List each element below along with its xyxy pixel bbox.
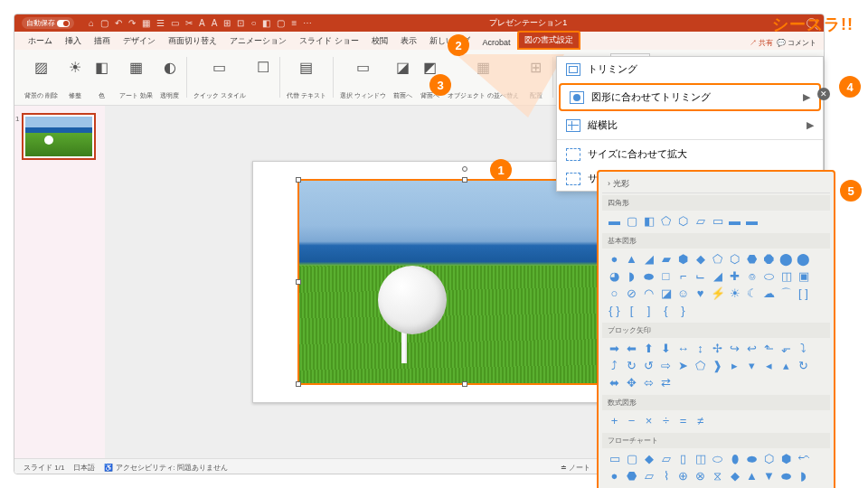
bring-forward-button[interactable]: ◪前面へ [391, 53, 416, 101]
shape-heart[interactable]: ♥ [693, 286, 707, 300]
alttext-button[interactable]: ▤代替 テキスト [284, 53, 329, 101]
shape-pentagon[interactable]: ⬠ [711, 252, 724, 266]
shape-card[interactable]: ▱ [642, 469, 656, 483]
shape-triangle[interactable]: ▲ [625, 252, 638, 266]
menu-aspect-ratio[interactable]: 縦横比▶ [557, 113, 823, 137]
slide-thumbnail[interactable]: 1 [22, 113, 96, 160]
language[interactable]: 日本語 [73, 463, 95, 473]
tab-insert[interactable]: 挿入 [59, 33, 88, 50]
menu-crop[interactable]: トリミング [557, 57, 823, 81]
shape-lshape[interactable]: ⌙ [693, 269, 707, 283]
shape-equal[interactable]: = [676, 414, 690, 427]
comments-button[interactable]: 💬 コメント [777, 38, 816, 48]
menu-fill[interactable]: サイズに合わせて拡大 [557, 142, 823, 166]
shape-brace[interactable]: { } [608, 304, 621, 317]
shape-updown-arrow[interactable]: ↕ [693, 342, 707, 355]
border-button[interactable]: ☐ [250, 53, 276, 101]
shape-no-symbol[interactable]: ⊘ [625, 286, 638, 300]
qat-icon[interactable]: ◧ [262, 18, 270, 28]
resize-handle[interactable] [462, 381, 467, 387]
shape-up-callout[interactable]: ▴ [779, 359, 793, 372]
shape-half-frame[interactable]: ⌐ [676, 269, 690, 283]
shape-sort[interactable]: ◆ [728, 469, 741, 483]
shape-pentagon-arrow[interactable]: ⬠ [693, 359, 707, 372]
accessibility-status[interactable]: ♿ アクセシビリティ: 問題ありません [104, 463, 228, 473]
shape-bevel[interactable]: ▣ [797, 269, 810, 283]
qat-icon[interactable]: ☰ [156, 18, 165, 28]
shape-bentup-arrow[interactable]: ⬐ [779, 342, 793, 355]
tab-picture-format[interactable]: 図の書式設定 [517, 31, 580, 50]
shape-striped-arrow[interactable]: ⇨ [659, 359, 673, 372]
shape-not-equal[interactable]: ≠ [693, 414, 707, 427]
shape-trapezoid[interactable]: ⬢ [676, 252, 690, 266]
shape-folded-corner[interactable]: ◪ [659, 286, 673, 300]
shape-plus[interactable]: + [608, 414, 621, 427]
tab-review[interactable]: 校閲 [365, 33, 394, 50]
qat-icon[interactable]: ▢ [277, 18, 285, 28]
tab-animations[interactable]: アニメーション [223, 33, 293, 50]
shape-circular-arrow[interactable]: ↻ [797, 359, 810, 372]
close-icon[interactable]: ✕ [817, 88, 830, 100]
shape-data[interactable]: ▱ [659, 452, 673, 465]
artistic-button[interactable]: ▦アート 効果 [117, 53, 156, 101]
resize-handle[interactable] [296, 381, 301, 387]
shape-right-triangle[interactable]: ◢ [642, 252, 656, 266]
shape-snip2-rect[interactable]: ⬠ [659, 214, 673, 228]
shape-manual-input[interactable]: ⬢ [779, 452, 793, 465]
shape-left-bracket[interactable]: [ [625, 304, 638, 317]
shape-down-arrow[interactable]: ⬇ [659, 342, 673, 355]
shape-curved-right-arrow[interactable]: ⤵ [797, 342, 810, 355]
shape-extract[interactable]: ▲ [745, 469, 759, 483]
shape-round1-rect[interactable]: ▱ [693, 214, 707, 228]
shape-left-brace[interactable]: { [659, 304, 673, 317]
qat-icon[interactable]: ▭ [171, 18, 179, 28]
shape-pie[interactable]: ◕ [608, 269, 621, 283]
shape-up-arrow[interactable]: ⬆ [642, 342, 656, 355]
shape-right-bracket[interactable]: ] [642, 304, 656, 317]
shape-stored-data[interactable]: ⬬ [779, 469, 793, 483]
shape-preparation[interactable]: ⬡ [762, 452, 776, 465]
shape-plaque[interactable]: ⌾ [745, 269, 759, 283]
qat-icon[interactable]: ○ [250, 18, 256, 28]
resize-handle[interactable] [296, 177, 301, 183]
menu-crop-to-shape[interactable]: 図形に合わせてトリミング▶ [559, 83, 821, 111]
shape-internal-storage[interactable]: ◫ [693, 452, 707, 465]
shape-teardrop[interactable]: ⬬ [642, 269, 656, 283]
tab-view[interactable]: 表示 [394, 33, 423, 50]
transparency-button[interactable]: ◐透明度 [157, 53, 183, 101]
selected-picture[interactable] [297, 179, 632, 385]
color-button[interactable]: ◧色 [90, 53, 115, 101]
shape-notched-arrow[interactable]: ➤ [676, 359, 690, 372]
redo-icon[interactable]: ↷ [128, 18, 136, 28]
shape-arrow[interactable]: ⬄ [642, 376, 656, 389]
home-icon[interactable]: ⌂ [89, 18, 94, 28]
qat-icon[interactable]: ≡ [291, 18, 297, 28]
shape-arrow[interactable]: ⬌ [608, 376, 621, 389]
shape-round2-rect[interactable]: ▭ [711, 214, 724, 228]
selection-pane-button[interactable]: ▭選択 ウィンドウ [337, 53, 389, 101]
remove-bg-button[interactable]: ▨背景の 削除 [22, 53, 61, 101]
tab-slideshow[interactable]: スライド ショー [293, 33, 365, 50]
shape-tape[interactable]: ⌇ [659, 469, 673, 483]
shape-rect[interactable]: ▬ [608, 214, 621, 228]
resize-handle[interactable] [296, 279, 301, 285]
tab-transitions[interactable]: 画面切り替え [162, 33, 223, 50]
shape-hexagon[interactable]: ⬡ [728, 252, 741, 266]
shape-merge[interactable]: ▼ [762, 469, 776, 483]
corrections-button[interactable]: ☀修整 [62, 53, 88, 101]
shape-cross[interactable]: ✚ [728, 269, 741, 283]
shape-right-callout[interactable]: ▸ [728, 359, 741, 372]
shape-diagonal-stripe[interactable]: ◢ [711, 269, 724, 283]
shape-document[interactable]: ⬭ [711, 452, 724, 465]
shape-connector[interactable]: ● [608, 469, 621, 483]
shape-snip-diag-rect[interactable]: ⬡ [676, 214, 690, 228]
shape-delay[interactable]: ◗ [797, 469, 810, 483]
shape-down-callout[interactable]: ▾ [745, 359, 759, 372]
shape-moon[interactable]: ☾ [745, 286, 759, 300]
shape-sun[interactable]: ☀ [728, 286, 741, 300]
shape-cloud[interactable]: ☁ [762, 286, 776, 300]
shape-quad-arrow[interactable]: ✢ [711, 342, 724, 355]
shape-block-arc[interactable]: ◠ [642, 286, 656, 300]
shape-donut[interactable]: ○ [608, 286, 621, 300]
shape-predefined[interactable]: ▯ [676, 452, 690, 465]
